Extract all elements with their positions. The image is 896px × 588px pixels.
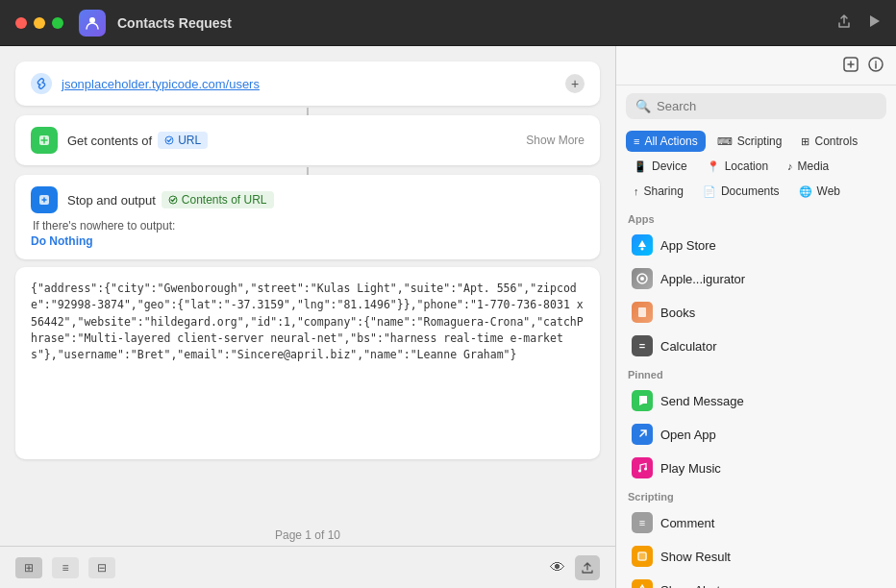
section-pinned: Pinned <box>616 363 896 383</box>
show-result-label: Show Result <box>660 550 731 564</box>
show-alert-icon <box>632 579 653 588</box>
url-token[interactable]: URL <box>158 132 208 149</box>
search-input[interactable] <box>657 99 877 113</box>
json-output-block: {"address":{"city":"Gwenborough","street… <box>15 267 600 459</box>
left-panel: jsonplaceholder.typicode.com/users + Get… <box>0 46 615 588</box>
stop-icon <box>31 186 58 213</box>
stop-header: Stop and output Contents of URL <box>31 186 585 213</box>
open-app-icon <box>632 424 653 445</box>
category-documents[interactable]: 📄 Documents <box>695 181 787 202</box>
calculator-label: Calculator <box>660 339 717 354</box>
show-alert-label: Show Alert <box>660 583 720 589</box>
category-all-actions[interactable]: ≡ All Actions <box>626 131 706 152</box>
titlebar-actions <box>836 13 881 33</box>
app-store-label: App Store <box>660 238 716 253</box>
action-item-comment[interactable]: ≡ Comment <box>620 506 892 539</box>
traffic-lights <box>15 17 63 29</box>
workflow-area: jsonplaceholder.typicode.com/users + Get… <box>0 46 615 521</box>
action-item-app-store[interactable]: App Store <box>620 229 892 261</box>
apple-configurator-label: Apple...igurator <box>660 272 745 286</box>
share-titlebar-button[interactable] <box>836 13 852 33</box>
sharing-icon: ↑ <box>634 185 639 197</box>
category-location[interactable]: 📍 Location <box>699 156 776 177</box>
action-item-apple-configurator[interactable]: Apple...igurator <box>620 262 892 295</box>
action-item-send-message[interactable]: Send Message <box>620 384 892 417</box>
controls-icon: ⊞ <box>801 135 809 148</box>
contents-token[interactable]: Contents of URL <box>162 191 274 208</box>
preview-button[interactable]: 👁 <box>550 559 565 576</box>
svg-marker-1 <box>870 15 880 27</box>
gallery-view-button[interactable]: ⊟ <box>88 557 115 578</box>
info-button[interactable] <box>867 56 884 77</box>
section-scripting: Scripting <box>616 485 896 505</box>
right-panel: 🔍 ≡ All Actions ⌨ Scripting ⊞ Controls 📱… <box>615 46 896 588</box>
action-item-calculator[interactable]: = Calculator <box>620 330 892 362</box>
page-indicator: Page 1 of 10 <box>0 521 615 546</box>
books-label: Books <box>660 306 695 320</box>
url-block[interactable]: jsonplaceholder.typicode.com/users + <box>15 61 600 106</box>
show-more-button[interactable]: Show More <box>526 134 585 147</box>
calculator-icon: = <box>632 335 653 356</box>
stop-output-block[interactable]: Stop and output Contents of URL If there… <box>15 175 600 259</box>
action-item-open-app[interactable]: Open App <box>620 418 892 451</box>
action-item-books[interactable]: Books <box>620 296 892 329</box>
maximize-button[interactable] <box>52 17 63 29</box>
device-icon: 📱 <box>634 160 647 173</box>
minimize-button[interactable] <box>34 17 45 29</box>
web-icon: 🌐 <box>799 185 812 198</box>
close-button[interactable] <box>15 17 27 29</box>
add-to-workflow-button[interactable] <box>842 56 859 77</box>
send-message-icon <box>632 390 653 411</box>
all-actions-icon: ≡ <box>634 135 639 147</box>
category-scripting[interactable]: ⌨ Scripting <box>709 131 790 152</box>
app-icon <box>79 10 106 37</box>
category-sharing[interactable]: ↑ Sharing <box>626 181 691 202</box>
comment-icon: ≡ <box>632 512 653 533</box>
main-content: jsonplaceholder.typicode.com/users + Get… <box>0 46 896 588</box>
category-web[interactable]: 🌐 Web <box>791 181 848 202</box>
url-value[interactable]: jsonplaceholder.typicode.com/users <box>62 77 556 91</box>
link-icon <box>31 73 52 94</box>
svg-point-12 <box>644 468 647 471</box>
share-button[interactable] <box>575 555 600 580</box>
show-result-icon <box>632 546 653 567</box>
action-item-show-result[interactable]: Show Result <box>620 540 892 573</box>
play-music-icon <box>632 457 653 478</box>
app-title: Contacts Request <box>117 15 825 31</box>
category-device[interactable]: 📱 Device <box>626 156 695 177</box>
play-music-label: Play Music <box>660 461 721 476</box>
run-button[interactable] <box>867 14 881 32</box>
step-divider-2 <box>307 167 309 175</box>
get-contents-block[interactable]: Get contents of URL Show More <box>15 115 600 165</box>
svg-point-11 <box>638 470 641 473</box>
app-store-icon <box>632 234 653 256</box>
open-app-label: Open App <box>660 428 716 442</box>
titlebar: Contacts Request <box>0 0 896 46</box>
category-controls[interactable]: ⊞ Controls <box>793 131 865 152</box>
svg-point-0 <box>89 17 95 23</box>
search-box[interactable]: 🔍 <box>626 93 886 119</box>
right-panel-header <box>616 46 896 86</box>
documents-icon: 📄 <box>703 185 716 198</box>
stop-label: Stop and output Contents of URL <box>67 191 585 208</box>
location-icon: 📍 <box>707 160 720 173</box>
do-nothing-link[interactable]: Do Nothing <box>31 234 585 248</box>
grid-view-button[interactable]: ⊞ <box>15 557 42 578</box>
send-message-label: Send Message <box>660 394 744 408</box>
step-divider-1 <box>307 108 309 115</box>
categories-row: ≡ All Actions ⌨ Scripting ⊞ Controls 📱 D… <box>616 127 896 208</box>
books-icon <box>632 302 653 323</box>
get-contents-icon <box>31 127 58 154</box>
category-media[interactable]: ♪ Media <box>780 156 836 177</box>
action-item-show-alert[interactable]: Show Alert <box>620 574 892 588</box>
action-list: Apps App Store Apple...igurator <box>616 208 896 588</box>
list-view-button[interactable]: ≡ <box>52 557 79 578</box>
search-icon: 🔍 <box>635 99 651 113</box>
add-url-button[interactable]: + <box>565 74 585 93</box>
scripting-icon: ⌨ <box>717 135 733 148</box>
svg-rect-10 <box>638 307 646 317</box>
section-apps: Apps <box>616 208 896 228</box>
get-contents-label: Get contents of URL <box>67 132 516 149</box>
if-nowhere-text: If there's nowhere to output: <box>31 219 585 233</box>
action-item-play-music[interactable]: Play Music <box>620 452 892 484</box>
